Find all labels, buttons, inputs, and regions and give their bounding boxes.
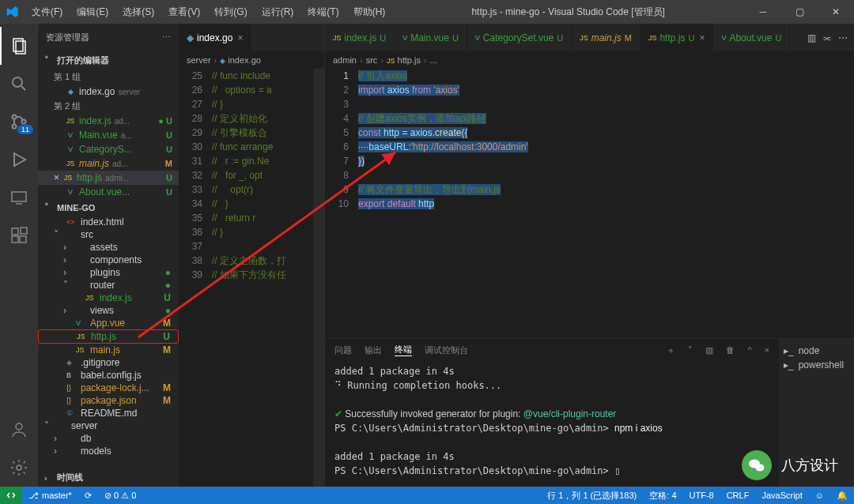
file-item[interactable]: JShttp.jsU	[38, 329, 179, 344]
open-editor-item[interactable]: VCategoryS...U	[38, 142, 179, 156]
folder-item[interactable]: ˅src	[38, 228, 179, 241]
panel-tab[interactable]: 终端	[395, 344, 412, 356]
tab[interactable]: VAbout.vueU	[713, 24, 790, 51]
eol[interactable]: CRLF	[720, 491, 756, 500]
panel-action-x[interactable]: ×	[765, 345, 769, 355]
workspace-header[interactable]: ˅MINE-GO	[38, 199, 179, 216]
tab[interactable]: JSmain.jsM	[572, 24, 640, 51]
code-editor-right[interactable]: 12345678910 // 引入axios import axios from…	[325, 69, 854, 338]
file-item[interactable]: {}package.jsonM	[38, 394, 179, 407]
folder-item[interactable]: ›components	[38, 254, 179, 266]
folder-item[interactable]: ›assets	[38, 241, 179, 254]
remote-indicator[interactable]	[0, 487, 22, 504]
sidebar-title: 资源管理器	[46, 32, 89, 43]
sync-icon[interactable]: ⟳	[78, 491, 98, 501]
more-icon[interactable]: ⋯	[838, 32, 848, 43]
git-branch[interactable]: ⎇ master*	[22, 491, 78, 501]
close-button[interactable]: ✕	[818, 0, 854, 24]
remote-icon[interactable]	[0, 179, 38, 216]
json-icon: {}	[66, 384, 77, 392]
folder-item[interactable]: ˅router●	[38, 279, 179, 291]
folder-item[interactable]: ›db	[38, 432, 179, 445]
gear-icon[interactable]	[0, 449, 38, 487]
open-editors-header[interactable]: ˅打开的编辑器	[38, 51, 179, 70]
open-editor-item[interactable]: ×JShttp.jsadmi...U	[38, 171, 179, 185]
encoding[interactable]: UTF-8	[683, 491, 720, 500]
html-icon: <>	[66, 218, 77, 226]
file-item[interactable]: <>index.html	[38, 216, 179, 228]
panel-action-split[interactable]: ▥	[705, 345, 713, 355]
feedback-icon[interactable]: ☺	[809, 491, 830, 500]
close-icon[interactable]: ×	[237, 32, 243, 43]
vue-icon: V	[721, 34, 726, 42]
folder-item[interactable]: ˅server	[38, 419, 179, 432]
extensions-icon[interactable]	[0, 216, 38, 254]
file-item[interactable]: {}package-lock.j...M	[38, 382, 179, 394]
diff-icon[interactable]: ⫘	[822, 32, 832, 43]
open-editor-item[interactable]: JSmain.jsad...M	[38, 156, 179, 171]
tab[interactable]: JSindex.jsU	[325, 24, 395, 51]
vue-icon: V	[65, 145, 76, 153]
js-icon: JS	[580, 34, 588, 42]
terminal[interactable]: added 1 package in 4s ⠙ Running completi…	[325, 361, 779, 481]
file-item[interactable]: ◈.gitignore	[38, 356, 179, 369]
folder-item[interactable]: ›models	[38, 445, 179, 457]
panel-tab[interactable]: 输出	[365, 344, 382, 356]
bell-icon[interactable]: 🔔	[830, 491, 854, 501]
minimize-button[interactable]: ─	[745, 0, 781, 24]
maximize-button[interactable]: ▢	[781, 0, 818, 24]
problems-indicator[interactable]: ⊘ 0 ⚠ 0	[98, 491, 142, 501]
terminal-instance[interactable]: ▸_powershell	[784, 358, 849, 372]
indent[interactable]: 空格: 4	[643, 490, 682, 502]
breadcrumb-left[interactable]: server›◆ index.go	[179, 51, 324, 69]
cursor-position[interactable]: 行 1，列 1 (已选择183)	[541, 490, 643, 502]
debug-icon[interactable]	[0, 141, 38, 179]
sidebar-more-icon[interactable]: ⋯	[162, 32, 171, 43]
panel-tab[interactable]: 调试控制台	[425, 344, 468, 356]
split-icon[interactable]: ▥	[807, 32, 816, 43]
panel-action-v[interactable]: ˅	[688, 345, 693, 355]
terminal-instance[interactable]: ▸_node	[784, 344, 849, 358]
file-item[interactable]: JSmain.jsM	[38, 344, 179, 356]
breadcrumb-right[interactable]: admin›src›JS http.js›...	[325, 51, 854, 69]
tab[interactable]: VCategorySet.vueU	[467, 24, 572, 51]
panel-action-trash[interactable]: 🗑	[726, 345, 735, 355]
minimap[interactable]	[313, 69, 324, 487]
open-editor-item[interactable]: VMain.vuea...U	[38, 128, 179, 142]
tab-index-go[interactable]: ◆ index.go ×	[179, 24, 251, 51]
open-editor-item[interactable]: ◆index.goserver	[38, 85, 179, 99]
file-item[interactable]: VApp.vueM	[38, 317, 179, 329]
tab[interactable]: VMain.vueU	[395, 24, 467, 51]
menu-item[interactable]: 查看(V)	[162, 2, 206, 22]
panel-action-+[interactable]: ＋	[667, 344, 675, 356]
file-item[interactable]: JSindex.jsU	[38, 291, 179, 304]
panel-tab[interactable]: 问题	[334, 344, 352, 356]
menu-item[interactable]: 文件(F)	[25, 2, 69, 22]
language-mode[interactable]: JavaScript	[755, 491, 808, 500]
code-editor-left[interactable]: 252627282930313233343536373839 // func i…	[179, 69, 324, 487]
tab[interactable]: JShttp.jsU×	[640, 24, 714, 51]
search-icon[interactable]	[0, 65, 38, 103]
scm-icon[interactable]: 11	[0, 103, 38, 141]
file-item[interactable]: Bbabel.config.js	[38, 369, 179, 382]
menu-item[interactable]: 转到(G)	[208, 2, 253, 22]
explorer-icon[interactable]	[0, 27, 38, 65]
file-item[interactable]: ①README.md	[38, 407, 179, 419]
menu-item[interactable]: 编辑(E)	[70, 2, 115, 22]
account-icon[interactable]	[0, 411, 38, 449]
menu-item[interactable]: 帮助(H)	[347, 2, 392, 22]
svg-line-3	[21, 86, 25, 90]
js-icon: JS	[77, 333, 88, 340]
panel-action-^[interactable]: ^	[747, 345, 751, 355]
menu-item[interactable]: 终端(T)	[301, 2, 345, 22]
close-icon[interactable]: ×	[699, 32, 705, 43]
open-editor-item[interactable]: VAbout.vue...U	[38, 185, 179, 199]
js-icon: JS	[65, 117, 76, 125]
timeline-header[interactable]: ›时间线	[38, 468, 179, 487]
menu-item[interactable]: 选择(S)	[116, 2, 161, 22]
open-editor-item[interactable]: JSindex.jsad...● U	[38, 114, 179, 128]
menu-item[interactable]: 运行(R)	[255, 2, 300, 22]
js-icon: JS	[648, 34, 657, 42]
folder-item[interactable]: ›views●	[38, 304, 179, 317]
folder-item[interactable]: ›plugins●	[38, 266, 179, 279]
